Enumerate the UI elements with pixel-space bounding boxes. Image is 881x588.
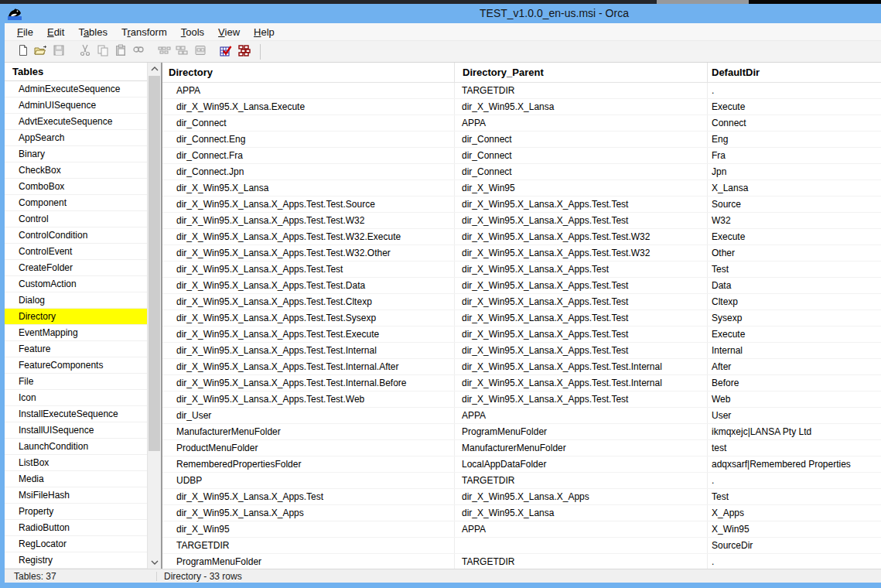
- cell-defaultdir: adqxsarf|Remembered Properties: [708, 456, 881, 472]
- menu-edit[interactable]: Edit: [40, 26, 71, 38]
- sidebar-item-featurecomponents[interactable]: FeatureComponents: [5, 357, 147, 374]
- table-row[interactable]: dir_Connect.Jpndir_ConnectJpn: [162, 164, 881, 180]
- table-row[interactable]: dir_X_Win95.X_Lansadir_X_Win95X_Lansa: [162, 180, 881, 197]
- sidebar-item-control[interactable]: Control: [5, 211, 147, 227]
- column-header-directory[interactable]: Directory: [162, 63, 455, 82]
- sidebar-item-customaction[interactable]: CustomAction: [5, 276, 147, 292]
- cell-directory-parent: dir_X_Win95.X_Lansa.X_Apps.Test.Test: [455, 197, 708, 212]
- sidebar-item-component[interactable]: Component: [5, 195, 147, 211]
- validate-button[interactable]: [217, 43, 235, 60]
- copy-button[interactable]: [94, 43, 111, 60]
- table-row[interactable]: dir_X_Win95.X_Lansa.X_Apps.Test.Test.W32…: [162, 213, 881, 229]
- table-row[interactable]: dir_X_Win95.X_Lansa.X_Apps.Testdir_X_Win…: [162, 489, 881, 505]
- open-file-button[interactable]: [32, 43, 50, 60]
- table-row[interactable]: dir_Connect.Engdir_ConnectEng: [162, 132, 881, 148]
- sidebar-item-createfolder[interactable]: CreateFolder: [5, 260, 147, 276]
- find-button[interactable]: [129, 43, 147, 60]
- sidebar-scrollbar[interactable]: [147, 63, 161, 569]
- menu-tools[interactable]: Tools: [174, 26, 211, 38]
- table-row[interactable]: dir_UserAPPAUser: [162, 408, 881, 424]
- table-row[interactable]: dir_ConnectAPPAConnect: [162, 115, 881, 132]
- table-row[interactable]: dir_X_Win95.X_Lansa.X_Apps.Test.Test.W32…: [162, 229, 881, 245]
- add-row-button[interactable]: [173, 43, 191, 60]
- add-row-icon: [176, 44, 190, 60]
- menu-help[interactable]: Help: [247, 26, 282, 38]
- menu-view[interactable]: View: [211, 26, 247, 38]
- table-row[interactable]: dir_X_Win95.X_Lansa.X_Appsdir_X_Win95.X_…: [162, 505, 881, 521]
- sidebar-item-launchcondition[interactable]: LaunchCondition: [5, 439, 147, 455]
- cell-directory-parent: dir_X_Win95.X_Lansa.X_Apps.Test.Test.Int…: [455, 359, 708, 374]
- sidebar-item-eventmapping[interactable]: EventMapping: [5, 325, 147, 341]
- sidebar-item-combobox[interactable]: ComboBox: [5, 179, 147, 195]
- menu-transform[interactable]: Transform: [114, 26, 174, 38]
- cell-directory-parent: dir_X_Win95.X_Lansa.X_Apps.Test.Test.W32: [455, 245, 708, 261]
- sidebar-item-appsearch[interactable]: AppSearch: [5, 130, 147, 146]
- column-header-directory-parent[interactable]: Directory_Parent: [455, 63, 708, 82]
- scroll-up-icon[interactable]: [148, 63, 161, 75]
- table-row[interactable]: ProgramMenuFolderTARGETDIR.: [162, 554, 881, 569]
- merge-tables-button[interactable]: [235, 43, 253, 60]
- table-row[interactable]: dir_X_Win95.X_Lansa.X_Apps.Test.Test.Web…: [162, 391, 881, 408]
- sidebar-item-media[interactable]: Media: [5, 471, 147, 487]
- table-row[interactable]: RememberedPropertiesFolderLocalAppDataFo…: [162, 456, 881, 473]
- sidebar-item-checkbox[interactable]: CheckBox: [5, 162, 147, 179]
- cell-directory-parent: dir_X_Win95.X_Lansa: [455, 99, 708, 115]
- menu-file[interactable]: File: [10, 26, 40, 38]
- sidebar-item-reglocator[interactable]: RegLocator: [5, 536, 147, 552]
- cut-button[interactable]: [76, 43, 94, 60]
- cell-directory-parent: APPA: [455, 521, 708, 537]
- save-button[interactable]: [50, 43, 67, 60]
- sidebar-item-controlcondition[interactable]: ControlCondition: [5, 227, 147, 244]
- sidebar-item-binary[interactable]: Binary: [5, 146, 147, 162]
- table-row[interactable]: ProductMenuFolderManufacturerMenuFoldert…: [162, 440, 881, 456]
- column-header-defaultdir[interactable]: DefaultDir: [708, 63, 881, 82]
- sidebar-item-radiobutton[interactable]: RadioButton: [5, 520, 147, 536]
- table-row[interactable]: dir_X_Win95.X_Lansa.X_Apps.Test.Test.Sou…: [162, 197, 881, 213]
- table-row[interactable]: ManufacturerMenuFolderProgramMenuFolderi…: [162, 424, 881, 440]
- sidebar-item-file[interactable]: File: [5, 374, 147, 390]
- scroll-down-icon[interactable]: [148, 556, 161, 569]
- sidebar-item-msifilehash[interactable]: MsiFileHash: [5, 487, 147, 504]
- paste-rows-icon: [194, 44, 207, 60]
- sidebar-item-controlevent[interactable]: ControlEvent: [5, 244, 147, 260]
- cell-directory-parent: dir_X_Win95.X_Lansa.X_Apps.Test.Test: [455, 391, 708, 407]
- sidebar-item-feature[interactable]: Feature: [5, 341, 147, 357]
- sidebar-item-directory[interactable]: Directory: [5, 309, 147, 325]
- sidebar-item-installuisequence[interactable]: InstallUISequence: [5, 422, 147, 439]
- paste-rows-button[interactable]: [191, 43, 209, 60]
- cell-defaultdir: Eng: [708, 132, 881, 147]
- title-bar[interactable]: TEST_v1.0.0_en-us.msi - Orca: [0, 4, 881, 23]
- split-cells-button[interactable]: [155, 43, 173, 60]
- sidebar-item-property[interactable]: Property: [5, 504, 147, 520]
- sidebar-item-installexecutesequence[interactable]: InstallExecuteSequence: [5, 406, 147, 422]
- table-row[interactable]: dir_X_Win95.X_Lansa.Executedir_X_Win95.X…: [162, 99, 881, 115]
- new-file-button[interactable]: [14, 43, 32, 60]
- table-row[interactable]: dir_X_Win95APPAX_Win95: [162, 521, 881, 538]
- menu-tables[interactable]: Tables: [71, 26, 114, 38]
- table-row[interactable]: TARGETDIRSourceDir: [162, 538, 881, 554]
- table-row[interactable]: dir_X_Win95.X_Lansa.X_Apps.Test.Test.Int…: [162, 343, 881, 359]
- table-row[interactable]: dir_X_Win95.X_Lansa.X_Apps.Test.Test.Dat…: [162, 278, 881, 294]
- tables-list-header[interactable]: Tables: [5, 63, 147, 81]
- table-row[interactable]: APPATARGETDIR.: [162, 83, 881, 99]
- table-row[interactable]: UDBPTARGETDIR.: [162, 473, 881, 489]
- sidebar-item-adminexecutesequence[interactable]: AdminExecuteSequence: [5, 81, 147, 97]
- table-row[interactable]: dir_X_Win95.X_Lansa.X_Apps.Test.Test.W32…: [162, 245, 881, 262]
- sidebar-item-icon[interactable]: Icon: [5, 390, 147, 406]
- sidebar-item-dialog[interactable]: Dialog: [5, 292, 147, 309]
- table-row[interactable]: dir_X_Win95.X_Lansa.X_Apps.Test.Testdir_…: [162, 262, 881, 278]
- table-row[interactable]: dir_X_Win95.X_Lansa.X_Apps.Test.Test.Exe…: [162, 326, 881, 343]
- table-row[interactable]: dir_X_Win95.X_Lansa.X_Apps.Test.Test.Clt…: [162, 294, 881, 310]
- table-row[interactable]: dir_X_Win95.X_Lansa.X_Apps.Test.Test.Int…: [162, 359, 881, 375]
- scrollbar-thumb[interactable]: [149, 76, 160, 451]
- paste-button[interactable]: [111, 43, 129, 60]
- sidebar-item-registry[interactable]: Registry: [5, 552, 147, 569]
- cell-directory: ProductMenuFolder: [162, 440, 455, 456]
- sidebar-item-adminuisequence[interactable]: AdminUISequence: [5, 97, 147, 114]
- table-row[interactable]: dir_X_Win95.X_Lansa.X_Apps.Test.Test.Sys…: [162, 310, 881, 326]
- sidebar-item-listbox[interactable]: ListBox: [5, 455, 147, 471]
- table-row[interactable]: dir_Connect.Fradir_ConnectFra: [162, 148, 881, 164]
- sidebar-item-advtexecutesequence[interactable]: AdvtExecuteSequence: [5, 114, 147, 130]
- cell-defaultdir: X_Win95: [708, 521, 881, 537]
- table-row[interactable]: dir_X_Win95.X_Lansa.X_Apps.Test.Test.Int…: [162, 375, 881, 391]
